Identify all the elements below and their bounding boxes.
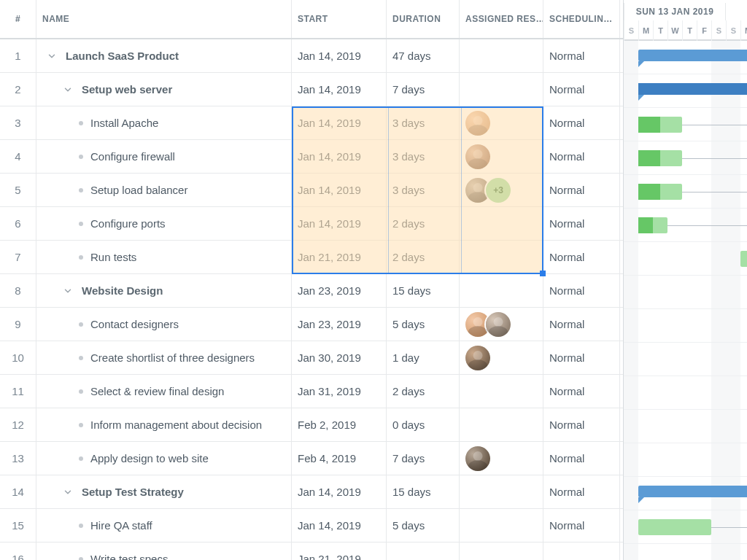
timeline-row[interactable] — [624, 376, 747, 410]
task-name-cell[interactable]: Write test specs — [36, 542, 292, 560]
assigned-resources-cell[interactable] — [460, 39, 543, 72]
timeline-row[interactable] — [624, 108, 747, 141]
table-row[interactable]: 16Write test specsJan 21, 2019 — [0, 542, 623, 560]
task-name-cell[interactable]: Launch SaaS Product — [36, 39, 292, 72]
table-row[interactable]: 2Setup web serverJan 14, 20197 daysNorma… — [0, 73, 623, 106]
duration-cell[interactable]: 15 days — [387, 475, 460, 508]
assigned-resources-cell[interactable] — [460, 207, 543, 240]
scheduling-mode-cell[interactable]: Normal — [543, 207, 620, 240]
gantt-summary-bar[interactable] — [638, 486, 747, 497]
gantt-summary-bar[interactable] — [638, 50, 747, 61]
start-date-cell[interactable]: Feb 4, 2019 — [292, 442, 387, 475]
row-number-cell[interactable]: 10 — [0, 341, 36, 374]
assigned-resources-cell[interactable] — [460, 408, 543, 441]
duration-cell[interactable] — [387, 542, 460, 560]
timeline-row[interactable] — [624, 510, 747, 544]
table-row[interactable]: 6Configure portsJan 14, 20192 daysNormal — [0, 207, 623, 241]
assigned-resources-cell[interactable] — [460, 241, 543, 273]
start-date-cell[interactable]: Jan 14, 2019 — [292, 475, 387, 508]
duration-cell[interactable]: 3 days — [387, 140, 460, 173]
row-number-cell[interactable]: 7 — [0, 241, 36, 273]
column-header-number[interactable]: # — [0, 0, 36, 38]
row-number-cell[interactable]: 5 — [0, 174, 36, 206]
task-name-cell[interactable]: Contact designers — [36, 308, 292, 341]
start-date-cell[interactable]: Jan 21, 2019 — [292, 542, 387, 560]
scheduling-mode-cell[interactable]: Normal — [543, 39, 620, 72]
duration-cell[interactable]: 1 day — [387, 341, 460, 374]
duration-cell[interactable]: 15 days — [387, 274, 460, 307]
row-number-cell[interactable]: 14 — [0, 475, 36, 508]
duration-cell[interactable]: 3 days — [387, 106, 460, 139]
table-row[interactable]: 11Select & review final designJan 31, 20… — [0, 375, 623, 408]
scheduling-mode-cell[interactable]: Normal — [543, 274, 620, 307]
table-row[interactable]: 15Hire QA staffJan 14, 20195 daysNormal — [0, 509, 623, 542]
table-row[interactable]: 13Apply design to web siteFeb 4, 20197 d… — [0, 442, 623, 475]
timeline-row[interactable] — [624, 477, 747, 510]
chevron-down-icon[interactable] — [61, 486, 74, 499]
assigned-resources-cell[interactable] — [460, 509, 543, 542]
task-name-cell[interactable]: Run tests — [36, 241, 292, 273]
duration-cell[interactable]: 5 days — [387, 509, 460, 542]
row-number-cell[interactable]: 9 — [0, 308, 36, 341]
gantt-task-bar[interactable] — [638, 519, 711, 535]
scheduling-mode-cell[interactable]: Normal — [543, 140, 620, 173]
timeline-row[interactable] — [624, 443, 747, 477]
duration-cell[interactable]: 3 days — [387, 174, 460, 206]
timeline-row[interactable] — [624, 242, 747, 276]
assigned-resources-cell[interactable] — [460, 341, 543, 374]
duration-cell[interactable]: 0 days — [387, 408, 460, 441]
assigned-resources-cell[interactable] — [460, 442, 543, 475]
gantt-timeline[interactable]: SUN 13 JAN 2019 SMTWTFSSM — [624, 0, 747, 560]
timeline-row[interactable] — [624, 41, 747, 74]
chevron-down-icon[interactable] — [61, 83, 74, 96]
scheduling-mode-cell[interactable]: Normal — [543, 73, 620, 106]
row-number-cell[interactable]: 1 — [0, 39, 36, 72]
gantt-task-bar[interactable] — [638, 117, 682, 133]
scheduling-mode-cell[interactable] — [543, 542, 620, 560]
duration-cell[interactable]: 47 days — [387, 39, 460, 72]
timeline-row[interactable] — [624, 309, 747, 343]
row-number-cell[interactable]: 13 — [0, 442, 36, 475]
timeline-row[interactable] — [624, 544, 747, 560]
table-row[interactable]: 14Setup Test StrategyJan 14, 201915 days… — [0, 475, 623, 509]
start-date-cell[interactable]: Jan 14, 2019 — [292, 39, 387, 72]
table-row[interactable]: 12Inform management about decisionFeb 2,… — [0, 408, 623, 442]
row-number-cell[interactable]: 8 — [0, 274, 36, 307]
column-header-start[interactable]: START — [292, 0, 387, 38]
timeline-row[interactable] — [624, 209, 747, 242]
gantt-summary-bar[interactable] — [638, 83, 747, 95]
scheduling-mode-cell[interactable]: Normal — [543, 375, 620, 408]
gantt-task-bar[interactable] — [638, 184, 682, 200]
task-name-cell[interactable]: Website Design — [36, 274, 292, 307]
start-date-cell[interactable]: Jan 14, 2019 — [292, 106, 387, 139]
task-name-cell[interactable]: Hire QA staff — [36, 509, 292, 542]
assigned-resources-cell[interactable] — [460, 375, 543, 408]
task-name-cell[interactable]: Setup load balancer — [36, 174, 292, 206]
duration-cell[interactable]: 5 days — [387, 308, 460, 341]
scheduling-mode-cell[interactable]: Normal — [543, 442, 620, 475]
start-date-cell[interactable]: Jan 23, 2019 — [292, 308, 387, 341]
duration-cell[interactable]: 7 days — [387, 442, 460, 475]
scheduling-mode-cell[interactable]: Normal — [543, 241, 620, 273]
assigned-resources-cell[interactable] — [460, 73, 543, 106]
avatar[interactable] — [465, 178, 490, 203]
assigned-resources-cell[interactable] — [460, 542, 543, 560]
gantt-task-bar[interactable] — [638, 217, 667, 233]
timeline-row[interactable] — [624, 141, 747, 175]
assigned-resources-cell[interactable] — [460, 308, 543, 341]
scheduling-mode-cell[interactable]: Normal — [543, 106, 620, 139]
task-name-cell[interactable]: Apply design to web site — [36, 442, 292, 475]
gantt-task-bar[interactable] — [740, 251, 747, 267]
gantt-task-bar[interactable] — [638, 150, 682, 166]
start-date-cell[interactable]: Jan 14, 2019 — [292, 207, 387, 240]
column-header-assigned[interactable]: ASSIGNED RES… — [460, 0, 543, 38]
avatar[interactable] — [465, 144, 490, 169]
timeline-body[interactable] — [624, 41, 747, 560]
table-row[interactable]: 8Website DesignJan 23, 201915 daysNormal — [0, 274, 623, 308]
start-date-cell[interactable]: Jan 23, 2019 — [292, 274, 387, 307]
assigned-resources-cell[interactable]: +3 — [460, 174, 543, 206]
scheduling-mode-cell[interactable]: Normal — [543, 509, 620, 542]
assigned-resources-cell[interactable] — [460, 475, 543, 508]
table-row[interactable]: 3Install ApacheJan 14, 20193 daysNormal — [0, 106, 623, 140]
start-date-cell[interactable]: Feb 2, 2019 — [292, 408, 387, 441]
